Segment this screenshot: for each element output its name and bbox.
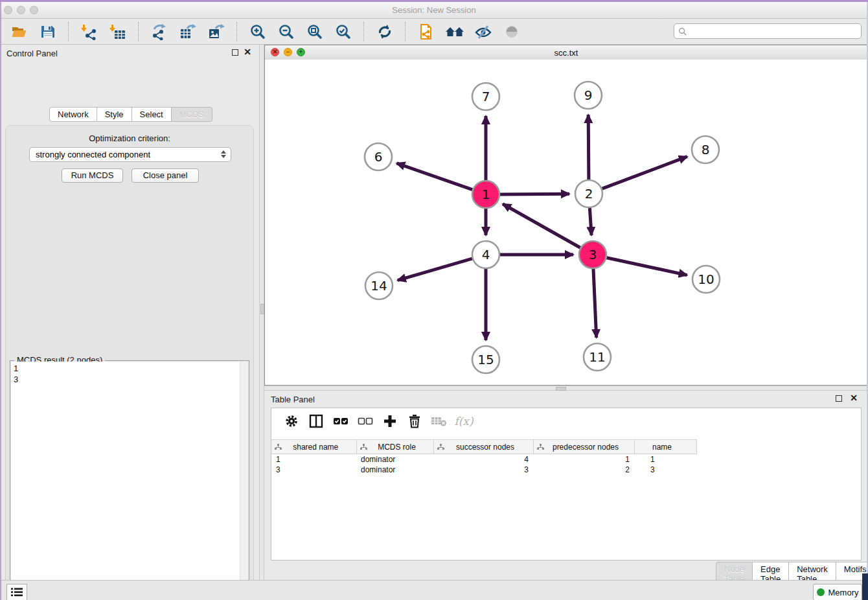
graph-node-2[interactable]: 2: [575, 180, 602, 207]
zoom-out-icon[interactable]: [277, 23, 296, 41]
cell-mcds-role[interactable]: dominator: [356, 454, 433, 465]
delete-table-icon: [431, 413, 448, 430]
graph-node-15[interactable]: 15: [472, 346, 499, 373]
graph-node-label: 9: [584, 87, 593, 103]
mcds-result-text[interactable]: 1 3: [11, 362, 240, 600]
tab-style[interactable]: Style: [97, 107, 132, 122]
delete-icon[interactable]: [406, 413, 423, 430]
close-panel-button[interactable]: Close panel: [131, 168, 199, 183]
task-history-button[interactable]: [6, 584, 27, 600]
search-input[interactable]: [689, 25, 861, 38]
table-row[interactable]: 3 dominator 3 2 3: [271, 465, 696, 475]
open-session-icon[interactable]: [10, 23, 29, 41]
close-panel-icon[interactable]: ✕: [850, 393, 858, 402]
graph-node-9[interactable]: 9: [575, 82, 602, 109]
toolbar-separator: [236, 22, 238, 41]
column-header-mcds-role[interactable]: MCDS role: [356, 440, 433, 454]
result-scrollbar[interactable]: [240, 362, 248, 600]
cell-predecessor-nodes[interactable]: 2: [533, 465, 634, 475]
cell-mcds-role[interactable]: dominator: [356, 465, 433, 475]
select-all-icon[interactable]: [332, 413, 349, 430]
graph-edge-2-3[interactable]: [589, 208, 591, 235]
graph-edge-4-14[interactable]: [398, 259, 472, 281]
clone-network-icon[interactable]: [417, 23, 436, 41]
memory-label: Memory: [828, 588, 859, 597]
cell-successor-nodes[interactable]: 3: [433, 465, 533, 475]
graph-node-4[interactable]: 4: [472, 241, 499, 268]
graph-edge-3-10[interactable]: [607, 258, 687, 275]
zoom-selected-icon[interactable]: [334, 23, 353, 41]
mcds-result-groupbox: MCDS result (2 nodes) 1 3: [10, 360, 249, 600]
desktop-corner: [862, 573, 868, 600]
vertical-splitter[interactable]: [259, 45, 264, 580]
columns-icon[interactable]: [308, 413, 325, 430]
column-header-name[interactable]: name: [634, 440, 696, 454]
select-stepper-icon: [221, 150, 226, 158]
cell-predecessor-nodes[interactable]: 1: [533, 454, 634, 465]
control-panel: Control Panel ✕ Network Style Select MCD…: [0, 45, 259, 580]
network-view-window: ✕ − + scc.txt 7968124314101511: [264, 45, 868, 386]
graph-node-label: 7: [482, 89, 490, 104]
add-column-icon[interactable]: [382, 413, 398, 430]
export-table-icon[interactable]: [178, 23, 198, 41]
apply-layout-icon[interactable]: [375, 23, 394, 41]
graph-node-label: 2: [585, 186, 593, 202]
network-window-titlebar: ✕ − + scc.txt: [265, 45, 867, 60]
graph-node-8[interactable]: 8: [692, 136, 719, 163]
network-canvas[interactable]: 7968124314101511: [265, 60, 867, 385]
table-panel: Table Panel ✕: [264, 391, 868, 580]
import-table-icon[interactable]: [108, 23, 128, 41]
graph-edge-1-6[interactable]: [396, 163, 472, 190]
deselect-all-icon[interactable]: [357, 413, 374, 430]
graph-node-11[interactable]: 11: [584, 343, 611, 371]
export-image-icon[interactable]: [207, 23, 226, 41]
cell-name[interactable]: 3: [634, 465, 696, 475]
cell-successor-nodes[interactable]: 4: [433, 454, 533, 465]
graph-node-label: 15: [477, 352, 494, 367]
graph-edge-3-1[interactable]: [503, 204, 580, 248]
column-header-predecessor-nodes[interactable]: predecessor nodes: [533, 440, 634, 454]
titlebar: Session: New Session: [0, 2, 868, 19]
graph-edge-3-11[interactable]: [593, 269, 597, 338]
run-mcds-button[interactable]: Run MCDS: [62, 168, 123, 183]
graph-node-1[interactable]: 1: [472, 181, 499, 208]
zoom-fit-icon[interactable]: [305, 23, 325, 41]
close-panel-icon[interactable]: ✕: [244, 47, 251, 56]
save-session-icon[interactable]: [38, 23, 58, 41]
horizontal-splitter[interactable]: [264, 386, 868, 391]
cell-shared-name[interactable]: 3: [271, 465, 356, 475]
graph-edge-1-2[interactable]: [500, 194, 569, 194]
float-panel-icon[interactable]: [232, 49, 238, 56]
optimization-criterion-select[interactable]: strongly connected component: [29, 147, 231, 162]
import-network-icon[interactable]: [80, 23, 99, 41]
window-title: Session: New Session: [0, 5, 868, 15]
cell-name[interactable]: 1: [634, 454, 696, 465]
graph-edge-2-9[interactable]: [588, 115, 589, 179]
table-row[interactable]: 1 dominator 4 1 1: [271, 454, 696, 465]
tab-network[interactable]: Network: [49, 107, 97, 122]
graph-node-10[interactable]: 10: [692, 266, 720, 293]
houses-icon[interactable]: [445, 23, 464, 41]
graph-edge-2-8[interactable]: [602, 157, 687, 189]
selected-criterion: strongly connected component: [36, 150, 150, 159]
graph-node-3[interactable]: 3: [579, 241, 606, 268]
list-icon: [11, 588, 23, 597]
graph-node-label: 4: [482, 247, 490, 262]
graph-node-14[interactable]: 14: [365, 272, 393, 299]
column-header-successor-nodes[interactable]: successor nodes: [433, 440, 533, 454]
graph-node-6[interactable]: 6: [365, 143, 392, 170]
toolbar-separator: [363, 22, 365, 41]
gear-icon[interactable]: [283, 413, 300, 430]
cell-shared-name[interactable]: 1: [271, 454, 356, 465]
mcds-panel: Optimization criterion: strongly connect…: [5, 125, 254, 600]
tab-select[interactable]: Select: [132, 107, 172, 122]
float-panel-icon[interactable]: [836, 395, 842, 402]
export-network-icon[interactable]: [150, 23, 169, 41]
graph-node-7[interactable]: 7: [472, 83, 499, 110]
zoom-in-icon[interactable]: [248, 23, 268, 41]
tab-mcds[interactable]: MCDS: [172, 107, 212, 122]
column-header-shared-name[interactable]: shared name: [271, 440, 356, 454]
hide-show-icon[interactable]: [474, 23, 493, 41]
memory-button[interactable]: Memory: [813, 584, 862, 600]
node-table-container: f(x) shared name MCDS role successor nod…: [271, 408, 862, 560]
